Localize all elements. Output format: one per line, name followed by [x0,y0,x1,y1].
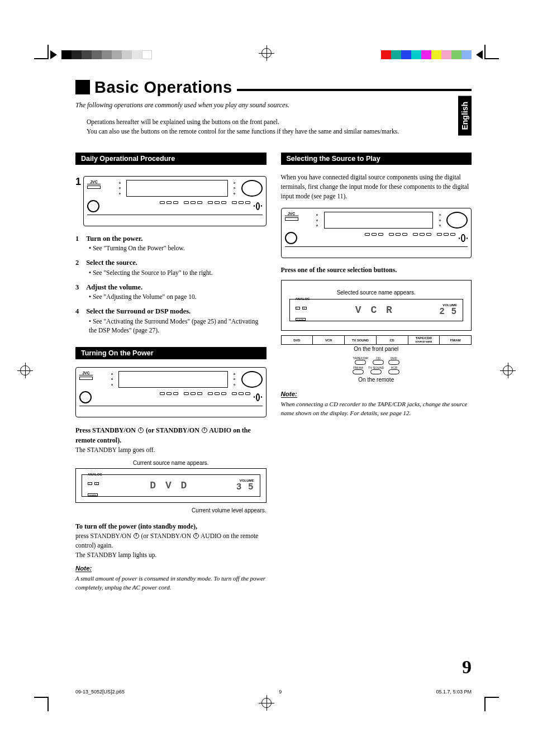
step-2: 2 Select the source. See "Selecting the … [75,258,266,277]
step-4: 4 Select the Surround or DSP modes. See … [75,307,266,335]
panel-button-dvd: DVD [282,336,313,344]
lcd-l-indicator: L [88,482,92,485]
caption-front-panel: On the front panel [281,346,472,352]
remote-button-tvsound: TV SOUND [368,366,384,374]
turn-off-heading: To turn off the power (into standby mode… [75,522,197,530]
lcd-source-text: D V D [150,480,188,491]
section-daily: Daily Operational Procedure [75,153,266,165]
source-buttons-row [160,201,250,211]
step-sub: See "Turning On the Power" below. [75,244,266,253]
step-3: 3 Adjust the volume. See "Adjusting the … [75,283,266,302]
selecting-intro: When you have connected digital source c… [281,173,472,202]
note-heading: Note: [281,391,297,398]
power-button-icon [285,217,298,221]
caption-selected-source: Selected source name appears. [289,289,464,296]
lcd-source-text: V C R [355,305,394,316]
note-body: When connecting a CD recorder to the TAP… [281,400,472,418]
power-button-icon [79,377,93,380]
footer: 09-13_5052[US]2.p65 9 05.1.7, 5:03 PM [75,689,472,695]
lcd-display: ANALOG L R S.WFR D V D VOLUME 3 5 [75,468,266,503]
volume-dial [446,212,468,229]
source-buttons-row [365,233,455,243]
receiver-display [324,212,434,229]
power-button-icon [87,186,101,189]
standby-lights-text: The STANDBY lamp lights up. [75,551,156,558]
footer-timestamp: 05.1.7, 5:03 PM [436,689,472,695]
caption-on-remote: On the remote [281,377,472,383]
intro-box-line: You can also use the buttons on the remo… [87,127,472,136]
caption-volume-level: Current volume level appears. [75,507,266,513]
lcd-analog-indicator: ANALOG [296,297,310,301]
lcd-r-indicator: R [302,307,307,310]
panel-button-cd: CD [377,336,408,344]
power-icon [202,427,207,433]
lcd-display: Selected source name appears. ANALOG L R… [281,280,472,331]
lcd-analog-indicator: ANALOG [88,473,102,476]
step-number: 3 [75,283,84,293]
lcd-l-indicator: L [296,307,300,310]
headphone-jack-icon [285,232,297,244]
volume-dial [241,180,263,197]
panel-button-fmam: FM/AM [440,336,471,344]
intro-box-line: Operations hereafter will be explained u… [87,117,472,127]
page-number: 9 [462,657,472,678]
power-icon [138,427,144,433]
receiver-flap [87,215,263,222]
volume-dial [241,371,263,388]
led-dots [115,180,124,197]
callout-1: 1 [75,176,81,188]
page-title-row: Basic Operations [75,78,472,97]
remote-button-vcr: VCR [388,366,399,374]
receiver-display [126,180,228,197]
jvc-logo: JVC [79,371,93,375]
note-heading: Note: [75,565,92,572]
step-number: 2 [75,258,84,268]
step-sub: See "Activating the Surround Modes" (pag… [75,317,266,335]
step-title: Select the Surround or DSP modes. [86,307,191,315]
remote-button-tapecdr: TAPE/CDR [353,356,368,365]
step-1: 1 Turn on the power. See "Turning On the… [75,234,266,253]
panel-button-vcr: VCR [313,336,345,344]
press-source-instruction: Press one of the source selection button… [281,266,472,274]
receiver-display [118,371,228,388]
lcd-swfr-indicator: S.WFR [88,493,98,496]
footer-pagenum: 9 [279,689,282,695]
note-body: A small amount of power is consumed in s… [75,574,266,592]
step-number: 1 [75,234,84,244]
press-standby-line: Press STANDBY/ON (or STANDBY/ON AUDIO on… [75,426,251,444]
receiver-diagram: JVC [75,367,266,417]
front-panel-source-strip: DVD VCR TV SOUND CD TAPE/CDRSOURCE NAME … [281,335,472,345]
headphone-jack-icon [79,391,92,403]
section-turning-on: Turning On the Power [75,347,266,359]
remote-button-group: TAPE/CDR CD DVD FM/AM TV SOUND VCR [281,356,472,374]
power-icon [134,533,139,539]
footer-filename: 09-13_5052[US]2.p65 [75,689,125,695]
turn-off-instruction: press STANDBY/ON (or STANDBY/ON AUDIO on… [75,532,258,549]
headphone-jack-icon [87,200,99,212]
receiver-diagram: JVC [83,176,266,226]
lcd-r-indicator: R [94,482,99,485]
page-title: Basic Operations [94,78,232,97]
section-selecting-source: Selecting the Source to Play [281,153,472,165]
step-number: 4 [75,307,84,317]
panel-button-tvsound: TV SOUND [345,336,377,344]
standby-off-text: The STANDBY lamp goes off. [75,446,155,453]
step-sub: See "Adjusting the Volume" on page 10. [75,292,266,301]
intro-text: The following operations are commonly us… [75,101,472,110]
remote-button-fmam: FM/AM [353,366,364,374]
lcd-swfr-indicator: S.WFR [296,318,306,321]
title-rule [237,89,472,91]
small-knob-icon [256,202,260,210]
step-title: Adjust the volume. [86,283,142,291]
remote-button-dvd: DVD [388,356,399,365]
jvc-logo: JVC [285,212,298,216]
step-sub: See "Selecting the Source to Play" to th… [75,268,266,277]
language-tab: English [458,96,472,136]
jvc-logo: JVC [87,180,101,184]
remote-button-cd: CD [373,356,384,365]
power-icon [193,533,199,539]
lcd-volume-value: 3 5 [236,482,254,492]
receiver-diagram: JVC [281,208,472,258]
step-title: Turn on the power. [86,235,142,243]
panel-button-tapecdr: TAPE/CDRSOURCE NAME [408,336,440,344]
